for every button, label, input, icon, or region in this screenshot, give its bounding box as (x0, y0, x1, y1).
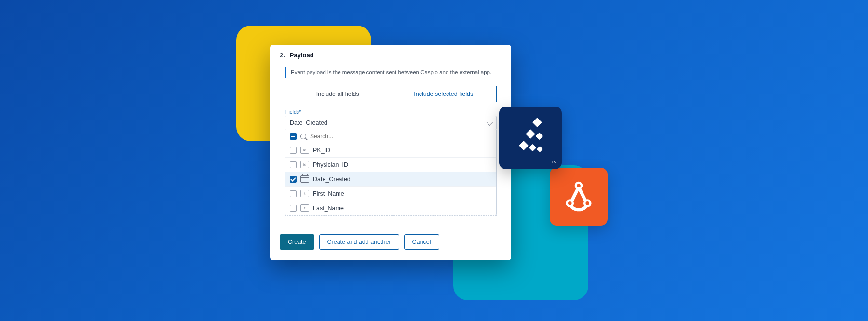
dropdown-search-row (285, 130, 496, 143)
id-type-icon: id (300, 161, 309, 168)
fields-dropdown: id PK_ID id Physician_ID Date_Created t … (285, 130, 497, 215)
include-all-tab[interactable]: Include all fields (285, 86, 391, 102)
brand-tile-orange (550, 168, 608, 226)
webhook-icon (560, 178, 597, 215)
field-label: Date_Created (313, 176, 351, 183)
create-button[interactable]: Create (280, 234, 314, 250)
field-row-first-name[interactable]: t First_Name (285, 187, 496, 201)
step-title: Payload (290, 52, 314, 59)
chevron-down-icon (486, 119, 493, 126)
select-all-checkbox-indeterminate[interactable] (290, 133, 297, 140)
calendar-type-icon (300, 175, 309, 183)
svg-point-5 (585, 201, 589, 205)
composition-stage: 2. Payload Event payload is the message … (265, 35, 603, 286)
panel-body: Event payload is the message content sen… (270, 67, 511, 224)
panel-header: 2. Payload (270, 45, 511, 64)
trademark-label: TM (551, 160, 557, 164)
include-mode-toggle: Include all fields Include selected fiel… (285, 86, 497, 102)
checkbox-checked[interactable] (290, 176, 297, 183)
fields-label: Fields* (285, 109, 497, 115)
payload-config-panel: 2. Payload Event payload is the message … (270, 45, 511, 260)
checkbox[interactable] (290, 161, 297, 168)
field-row-physician-id[interactable]: id Physician_ID (285, 158, 496, 172)
field-row-pk-id[interactable]: id PK_ID (285, 143, 496, 158)
checkbox[interactable] (290, 190, 297, 197)
checkbox[interactable] (290, 147, 297, 154)
checkbox[interactable] (290, 205, 297, 212)
text-type-icon: t (300, 204, 309, 212)
field-label: Last_Name (313, 205, 344, 212)
brand-tile-navy: TM (499, 107, 562, 169)
search-icon (300, 134, 306, 139)
svg-point-3 (568, 201, 572, 205)
id-type-icon: id (300, 147, 309, 154)
step-number: 2. (280, 52, 285, 59)
search-input[interactable] (310, 133, 491, 140)
fields-select[interactable]: Date_Created (285, 116, 497, 130)
field-label: PK_ID (313, 147, 330, 154)
info-callout: Event payload is the message content sen… (285, 67, 497, 78)
dropdown-bottom-dashed (285, 215, 497, 216)
panel-footer: Create Create and add another Cancel (270, 224, 511, 260)
create-add-another-button[interactable]: Create and add another (319, 234, 399, 250)
include-selected-tab[interactable]: Include selected fields (391, 86, 497, 102)
field-row-date-created[interactable]: Date_Created (285, 172, 496, 187)
field-label: Physician_ID (313, 161, 348, 168)
svg-point-1 (577, 184, 581, 187)
field-label: First_Name (313, 190, 344, 197)
fields-select-value: Date_Created (290, 120, 327, 126)
text-type-icon: t (300, 190, 309, 197)
cancel-button[interactable]: Cancel (404, 234, 439, 250)
field-row-last-name[interactable]: t Last_Name (285, 201, 496, 215)
